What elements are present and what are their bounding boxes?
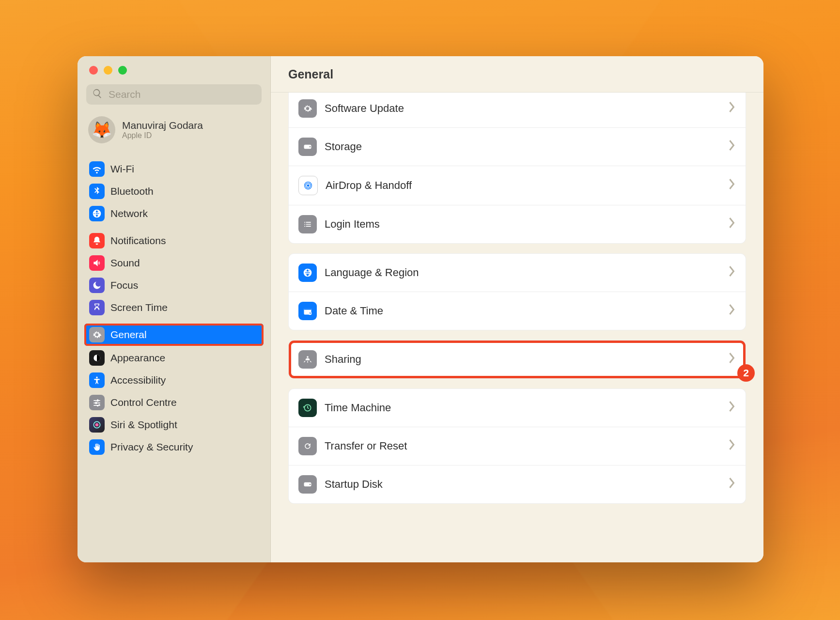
sidebar-item-label: Control Centre [110,397,177,408]
sidebar-item-sound[interactable]: Sound [84,252,264,274]
startup-disk-icon [298,475,317,494]
row-storage[interactable]: Storage [289,127,746,166]
speaker-icon [89,255,105,271]
search-input[interactable] [108,88,256,101]
sidebar-list: Wi-Fi Bluetooth Network Notifications [78,153,270,562]
chevron-right-icon [729,304,736,318]
row-sharing[interactable]: Sharing [289,341,746,378]
sidebar-item-privacy-security[interactable]: Privacy & Security [84,436,264,458]
sidebar-item-label: Screen Time [110,302,168,313]
user-name: Manuviraj Godara [122,120,203,131]
settings-group: Sharing [288,340,746,379]
bluetooth-icon [89,184,105,199]
chevron-right-icon [729,179,736,192]
gear-icon [89,327,105,342]
bell-icon [89,233,105,248]
row-date-time[interactable]: Date & Time [289,292,746,330]
row-label: Storage [325,140,362,153]
hourglass-icon [89,300,105,315]
disk-icon [298,138,317,156]
row-label: Transfer or Reset [325,440,407,452]
sidebar-item-label: Siri & Spotlight [110,419,177,431]
sidebar: 🦊 Manuviraj Godara Apple ID Wi-Fi Blueto… [78,56,271,562]
apple-id-row[interactable]: 🦊 Manuviraj Godara Apple ID [78,108,270,153]
globe-icon [298,264,317,282]
wifi-icon [89,161,105,177]
row-label: Software Update [325,102,404,115]
annotation-badge-2: 2 [737,364,755,382]
svg-point-15 [310,484,311,485]
chevron-right-icon [729,478,736,491]
gear-badge-icon [298,99,317,118]
page-title: General [271,56,763,93]
sidebar-item-screen-time[interactable]: Screen Time [84,296,264,319]
sidebar-item-control-centre[interactable]: Control Centre [84,391,264,414]
sliders-icon [89,395,105,410]
sidebar-item-label: Appearance [110,352,165,364]
row-software-update[interactable]: Software Update [289,93,746,127]
row-startup-disk[interactable]: Startup Disk [289,465,746,503]
svg-point-3 [95,423,99,427]
sidebar-item-siri-spotlight[interactable]: Siri & Spotlight [84,414,264,436]
time-machine-icon [298,399,317,417]
sidebar-item-label: General [110,329,147,341]
sidebar-item-general[interactable]: General [84,324,264,346]
minimize-window-button[interactable] [104,66,112,75]
row-time-machine[interactable]: Time Machine [289,389,746,427]
chevron-right-icon [729,439,736,453]
sidebar-item-wifi[interactable]: Wi-Fi [84,158,264,180]
sidebar-item-label: Accessibility [110,374,166,386]
row-transfer-reset[interactable]: Transfer or Reset [289,427,746,465]
accessibility-icon [89,372,105,388]
chevron-right-icon [729,353,736,366]
sidebar-item-label: Network [110,208,148,219]
sidebar-item-label: Privacy & Security [110,441,193,453]
sidebar-item-label: Focus [110,279,138,291]
sidebar-item-notifications[interactable]: Notifications [84,230,264,252]
moon-icon [89,278,105,293]
svg-point-12 [307,356,309,358]
row-label: Startup Disk [325,478,383,491]
sidebar-item-focus[interactable]: Focus [84,274,264,296]
chevron-right-icon [729,217,736,231]
svg-point-6 [307,185,310,187]
row-label: AirDrop & Handoff [326,179,412,192]
sidebar-item-appearance[interactable]: Appearance [84,347,264,369]
search-field[interactable] [86,84,262,105]
sidebar-item-label: Sound [110,257,140,269]
row-label: Time Machine [325,402,391,414]
chevron-right-icon [729,140,736,154]
zoom-window-button[interactable] [118,66,127,75]
system-settings-window: 🦊 Manuviraj Godara Apple ID Wi-Fi Blueto… [78,56,763,562]
settings-group: Language & Region Date & Time [288,253,746,330]
chevron-right-icon [729,102,736,115]
calendar-icon [298,302,317,320]
row-login-items[interactable]: Login Items [289,205,746,243]
appearance-icon [89,350,105,366]
svg-point-1 [96,377,97,378]
sidebar-item-label: Bluetooth [110,186,154,197]
hand-icon [89,439,105,455]
reset-icon [298,437,317,455]
main-panel: General Software Update Storage AirDrop … [271,56,763,562]
list-icon [298,215,317,233]
avatar: 🦊 [88,116,115,143]
row-label: Sharing [325,353,361,366]
row-language-region[interactable]: Language & Region [289,254,746,292]
sidebar-item-network[interactable]: Network [84,202,264,225]
sidebar-item-accessibility[interactable]: Accessibility [84,369,264,391]
row-label: Language & Region [325,266,419,279]
content: Software Update Storage AirDrop & Handof… [271,93,763,562]
svg-rect-10 [304,308,311,310]
svg-point-5 [310,146,311,147]
row-label: Login Items [325,218,380,231]
sidebar-item-bluetooth[interactable]: Bluetooth [84,180,264,202]
settings-group: Software Update Storage AirDrop & Handof… [288,93,746,244]
close-window-button[interactable] [89,66,98,75]
sidebar-item-label: Notifications [110,235,166,247]
row-label: Date & Time [325,305,383,317]
user-sub: Apple ID [122,131,203,140]
chevron-right-icon [729,401,736,415]
row-airdrop-handoff[interactable]: AirDrop & Handoff [289,166,746,205]
sharing-icon [298,350,317,369]
